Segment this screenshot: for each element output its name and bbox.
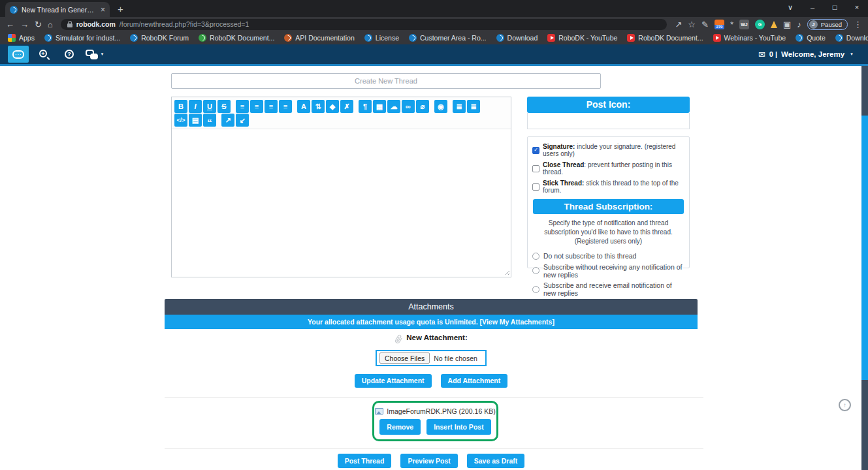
exit-fullscreen-button[interactable]: ↙: [236, 114, 249, 127]
forum-help-button[interactable]: ?: [59, 46, 80, 63]
browser-menu-icon[interactable]: ⋮: [854, 20, 862, 29]
grammarly-extension-icon[interactable]: G: [755, 20, 765, 29]
minimize-button[interactable]: –: [801, 0, 824, 14]
ordered-list-button[interactable]: ≣: [453, 100, 466, 113]
share-icon[interactable]: ↗: [675, 20, 682, 29]
close-thread-checkbox[interactable]: [532, 165, 539, 172]
maximize-button[interactable]: □: [824, 0, 846, 14]
remove-format-button[interactable]: ✗: [340, 100, 353, 113]
envelope-icon[interactable]: ✉: [758, 50, 765, 59]
radio-icon[interactable]: [532, 267, 539, 274]
flask-extension-icon[interactable]: [771, 21, 777, 28]
bookmark-item[interactable]: Download: [496, 34, 538, 42]
bookmark-item[interactable]: License: [364, 34, 399, 42]
view-attachments-link[interactable]: [View My Attachments]: [480, 318, 555, 326]
bookmark-item[interactable]: Webinars - YouTube: [713, 34, 786, 42]
bookmark-item[interactable]: API Documentation: [284, 34, 354, 42]
strikethrough-button[interactable]: S: [217, 100, 231, 113]
subscription-option-no-notification[interactable]: Subscribe without receiving any notifica…: [532, 263, 684, 279]
profile-button[interactable]: J Paused: [807, 19, 848, 30]
bookmark-item[interactable]: RoboDK Document...: [199, 34, 274, 42]
new-attachment-label: New Attachment:: [406, 334, 468, 341]
signature-checkbox[interactable]: ✓: [532, 147, 539, 154]
align-left-button[interactable]: ≡: [236, 100, 249, 113]
back-to-top-button[interactable]: ↑: [839, 399, 851, 411]
update-attachment-button[interactable]: Update Attachment: [355, 374, 432, 388]
fullscreen-button[interactable]: ↗: [221, 114, 234, 127]
bookmark-item[interactable]: Quote: [796, 34, 826, 42]
file-upload-input[interactable]: Choose Files No file chosen: [376, 350, 487, 366]
snowflake-extension-icon[interactable]: *: [730, 20, 733, 29]
playlist-extension-icon[interactable]: ♪: [797, 20, 801, 29]
forum-search-button[interactable]: +: [33, 46, 54, 63]
insert-link-button[interactable]: ∞: [402, 100, 415, 113]
radio-icon[interactable]: [532, 253, 539, 260]
bold-button[interactable]: B: [174, 100, 187, 113]
bookmark-apps[interactable]: Apps: [8, 34, 35, 42]
signature-option[interactable]: ✓ Signature: include your signature. (re…: [532, 143, 684, 157]
screenshot-button[interactable]: ◉: [434, 100, 447, 113]
resize-handle-icon[interactable]: [504, 269, 509, 275]
remove-attachment-button[interactable]: Remove: [379, 419, 421, 435]
home-icon[interactable]: ⌂: [48, 20, 53, 29]
pencil-extension-icon[interactable]: ✎: [701, 20, 709, 29]
stick-thread-option[interactable]: Stick Thread: stick this thread to the t…: [532, 180, 684, 194]
paragraph-button[interactable]: ¶: [359, 100, 372, 113]
font-color-button[interactable]: A: [297, 100, 310, 113]
preview-post-button[interactable]: Preview Post: [400, 454, 457, 468]
tab-close-icon[interactable]: ×: [101, 5, 105, 14]
insert-into-post-button[interactable]: Insert Into Post: [426, 419, 490, 435]
bookmark-item[interactable]: RoboDK - YouTube: [547, 34, 617, 42]
back-icon[interactable]: ←: [6, 20, 14, 29]
insert-image-button[interactable]: ▦: [373, 100, 386, 113]
tab-search-icon[interactable]: ∨: [779, 0, 801, 14]
forum-home-button[interactable]: ···: [8, 46, 29, 63]
close-thread-option[interactable]: Close Thread: prevent further posting in…: [532, 161, 684, 176]
code-button[interactable]: </>: [174, 114, 187, 127]
bookmark-item[interactable]: RoboDK Document...: [627, 34, 703, 42]
underline-button[interactable]: U: [203, 100, 216, 113]
unlink-button[interactable]: ⌀: [416, 100, 429, 113]
subscription-option-email[interactable]: Subscribe and receive email notification…: [532, 281, 684, 297]
italic-button[interactable]: I: [189, 100, 202, 113]
radio-icon[interactable]: [532, 286, 539, 293]
unordered-list-button[interactable]: ≣: [467, 100, 480, 113]
bookmark-item[interactable]: Simulator for indust...: [44, 34, 120, 42]
new-tab-button[interactable]: +: [118, 3, 123, 14]
address-bar[interactable]: robodk.com /forum/newthread.php?fid=3&pr…: [61, 19, 667, 30]
browser-tab[interactable]: New Thread in General questions ×: [5, 2, 110, 17]
post-body-textarea[interactable]: [172, 129, 511, 276]
private-messages-button[interactable]: ▼: [84, 46, 105, 63]
bookmark-item[interactable]: Download file: [835, 34, 868, 42]
window-close-button[interactable]: ×: [846, 0, 868, 14]
reload-icon[interactable]: ↻: [35, 20, 42, 29]
bookmark-item[interactable]: RoboDK Forum: [130, 34, 189, 42]
choose-files-button[interactable]: Choose Files: [379, 352, 430, 364]
bookmark-star-icon[interactable]: ☆: [688, 20, 696, 29]
stick-thread-checkbox[interactable]: [532, 183, 539, 191]
align-right-button[interactable]: ≡: [265, 100, 278, 113]
bookmark-item[interactable]: Customer Area - Ro...: [409, 34, 487, 42]
justify-button[interactable]: ≡: [279, 100, 292, 113]
save-as-draft-button[interactable]: Save as Draft: [467, 454, 525, 468]
wj-extension-icon[interactable]: WJ: [739, 20, 749, 29]
subscription-option-none[interactable]: Do not subscribe to this thread: [532, 252, 684, 260]
add-attachment-button[interactable]: Add Attachment: [441, 374, 508, 388]
message-count[interactable]: 0 |: [769, 50, 777, 58]
quote-button[interactable]: “: [203, 114, 216, 127]
align-center-button[interactable]: ≡: [250, 100, 263, 113]
extensions-puzzle-icon[interactable]: ▣: [783, 20, 791, 29]
user-menu-chevron-icon[interactable]: ▼: [850, 52, 854, 56]
post-thread-button[interactable]: Post Thread: [338, 454, 392, 468]
forward-icon[interactable]: →: [20, 20, 29, 29]
post-icon-selector[interactable]: [527, 113, 690, 129]
highlight-color-button[interactable]: ◆: [326, 100, 339, 113]
paste-button[interactable]: ▤: [189, 114, 202, 127]
thread-title-input[interactable]: [171, 73, 601, 89]
scrollbar-thumb[interactable]: [861, 116, 868, 380]
text-size-button[interactable]: ⇅: [312, 100, 325, 113]
welcome-user[interactable]: Welcome, Jeremy: [781, 50, 844, 58]
tab-counter-extension-icon[interactable]: 270: [715, 20, 724, 29]
upload-button[interactable]: ☁: [387, 100, 400, 113]
page-scrollbar[interactable]: [861, 66, 868, 470]
